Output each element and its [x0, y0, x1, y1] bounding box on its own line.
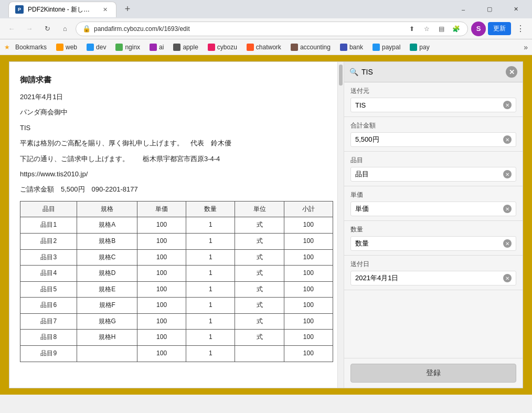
maximize-button[interactable]: ▢ — [477, 0, 502, 18]
browser-tab[interactable]: P PDF2Kintone - 新しいレコード ✕ — [8, 2, 116, 17]
bookmark-label-accounting: accounting — [300, 44, 331, 51]
pdf-table-cell: 100 — [284, 233, 333, 249]
bookmark-label-dev: dev — [96, 44, 106, 51]
search-icon: 🔍 — [349, 68, 358, 76]
pdf-sender: TIS — [20, 122, 333, 134]
bookmark-icon-chatwork — [247, 44, 254, 51]
form-field-text-sender: TIS — [355, 101, 366, 109]
url-bar[interactable]: 🔒 pandafirm.cybozu.com/k/1693/edit ⬆ ☆ ▤… — [76, 22, 468, 36]
form-field-clear-unit_price[interactable]: ✕ — [503, 205, 512, 213]
bookmark-nginx[interactable]: nginx — [111, 42, 144, 52]
bookmark-icon-web — [56, 44, 63, 51]
bookmark-web[interactable]: web — [52, 42, 81, 52]
tab-close-button[interactable]: ✕ — [100, 5, 110, 14]
bookmark-pay[interactable]: pay — [406, 42, 433, 52]
form-field-value-item: 品目✕ — [350, 167, 516, 182]
bookmark-label-chatwork: chatwork — [256, 44, 281, 51]
bookmark-cybozu[interactable]: cybozu — [204, 42, 241, 52]
pdf-content: 御請求書 2021年4月1日 パンダ商会御中 TIS 平素は格別のご高配を賜り、… — [20, 72, 333, 362]
form-field-clear-sender[interactable]: ✕ — [503, 101, 512, 109]
pdf-table-cell: 式 — [235, 249, 284, 266]
pdf-scrollbar[interactable] — [337, 62, 344, 388]
close-button[interactable]: ✕ — [504, 0, 528, 18]
pdf-table-cell: 式 — [235, 266, 284, 282]
form-field-clear-send_date[interactable]: ✕ — [503, 274, 512, 282]
pdf-scrollbar-thumb[interactable] — [339, 65, 343, 86]
pdf-table-cell: 100 — [137, 233, 186, 249]
pdf-table-cell: 1 — [186, 217, 235, 234]
pdf-table-cell: 品目8 — [20, 330, 77, 346]
pdf-table-header: 数量 — [186, 201, 235, 217]
pdf-table-cell: 100 — [137, 330, 186, 346]
tab-favicon: P — [15, 5, 24, 14]
form-close-button[interactable]: ✕ — [506, 66, 517, 78]
bookmark-dev[interactable]: dev — [82, 42, 110, 52]
browser-actions: S 更新 ⋮ — [471, 22, 528, 36]
bookmark-label-web: web — [66, 44, 77, 51]
form-field-clear-item[interactable]: ✕ — [503, 170, 512, 178]
bookmark-bookmarks[interactable]: Bookmarks — [11, 42, 51, 52]
pdf-table-row: 品目5規格E1001式100 — [20, 281, 333, 298]
form-field-value-total_amount: 5,500円✕ — [350, 132, 516, 147]
bookmark-icon-dev — [87, 44, 94, 51]
bookmark-paypal[interactable]: paypal — [368, 42, 405, 52]
form-panel: 🔍 ✕ 送付元TIS✕合計金額5,500円✕品目品目✕単価単価✕数量数量✕送付日… — [344, 62, 523, 388]
update-button[interactable]: 更新 — [488, 22, 511, 35]
pdf-table-header: 品目 — [20, 201, 77, 217]
pdf-recipient: パンダ商会御中 — [20, 106, 333, 118]
bookmark-icon-nginx — [115, 44, 123, 51]
pdf-table-cell: 式 — [235, 298, 284, 314]
pdf-table-cell: 品目1 — [20, 217, 77, 234]
new-tab-button[interactable]: + — [120, 2, 135, 17]
bookmark-ai[interactable]: ai — [145, 42, 168, 52]
pdf-table-row: 品目1規格A1001式100 — [20, 217, 333, 234]
browser-menu-button[interactable]: ⋮ — [513, 22, 528, 36]
main-container: 御請求書 2021年4月1日 パンダ商会御中 TIS 平素は格別のご高配を賜り、… — [9, 61, 523, 388]
form-field-item: 品目品目✕ — [344, 152, 523, 186]
pdf-table-cell — [77, 346, 137, 362]
pdf-table-header: 規格 — [77, 201, 137, 217]
pdf-table-cell: 1 — [186, 281, 235, 298]
pdf-table-cell: 品目2 — [20, 233, 77, 249]
home-button[interactable]: ⌂ — [58, 22, 72, 36]
form-field-clear-quantity[interactable]: ✕ — [503, 239, 512, 248]
bookmark-label-pay: pay — [419, 44, 429, 51]
form-field-clear-total_amount[interactable]: ✕ — [503, 135, 512, 144]
pdf-table-cell: 1 — [186, 298, 235, 314]
reading-mode-icon[interactable]: ▤ — [436, 24, 446, 34]
bookmark-apple[interactable]: apple — [169, 42, 202, 52]
window-controls: – ▢ ✕ — [451, 0, 528, 18]
pdf-table-cell — [235, 346, 284, 362]
pdf-notice: 下記の通り、ご請求申し上げます。 栃木県宇都宮市西原3-4-4 — [20, 153, 333, 165]
extension-icon[interactable]: 🧩 — [451, 24, 461, 34]
back-button[interactable]: ← — [4, 22, 19, 36]
register-button[interactable]: 登録 — [350, 364, 516, 383]
bookmark-label-paypal: paypal — [382, 44, 400, 51]
bookmark-label: Bookmarks — [15, 44, 47, 51]
minimize-button[interactable]: – — [451, 0, 475, 18]
more-bookmarks-icon[interactable]: » — [524, 43, 528, 51]
pdf-panel: 御請求書 2021年4月1日 パンダ商会御中 TIS 平素は格別のご高配を賜り、… — [9, 62, 344, 388]
form-search-input[interactable] — [361, 68, 503, 76]
form-field-sender: 送付元TIS✕ — [344, 82, 523, 117]
bookmark-chatwork[interactable]: chatwork — [242, 42, 285, 52]
form-field-value-sender: TIS✕ — [350, 98, 516, 112]
pdf-table-cell: 1 — [186, 266, 235, 282]
pdf-invoice-amount: ご請求金額 5,500円 090-2201-8177 — [20, 183, 333, 195]
pdf-table-cell: 式 — [235, 217, 284, 234]
pdf-table: 品目規格単価数量単位小計 品目1規格A1001式100品目2規格B1001式10… — [20, 201, 333, 362]
bookmark-star-icon[interactable]: ☆ — [421, 24, 432, 34]
share-icon[interactable]: ⬆ — [407, 24, 417, 34]
bookmark-accounting[interactable]: accounting — [286, 42, 335, 52]
pdf-table-cell: 100 — [284, 298, 333, 314]
pdf-table-cell: 規格H — [77, 330, 137, 346]
form-field-total_amount: 合計金額5,500円✕ — [344, 117, 523, 152]
form-search-bar: 🔍 ✕ — [344, 62, 523, 82]
bookmark-bank[interactable]: bank — [336, 42, 367, 52]
pdf-table-cell: 100 — [137, 298, 186, 314]
forward-button[interactable]: → — [22, 22, 37, 36]
pdf-table-cell: 規格G — [77, 313, 137, 330]
profile-button[interactable]: S — [471, 22, 486, 36]
pdf-table-cell: 1 — [186, 313, 235, 330]
refresh-button[interactable]: ↻ — [40, 22, 55, 36]
